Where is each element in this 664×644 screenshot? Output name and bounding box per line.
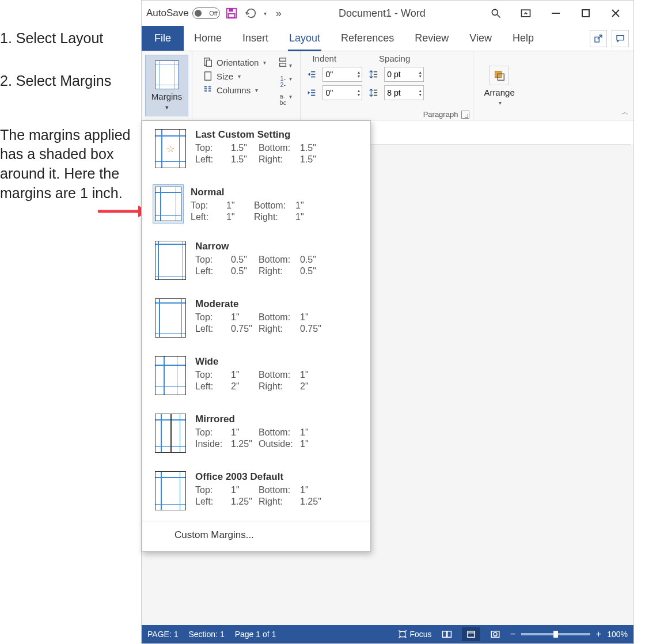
collapse-ribbon-icon[interactable]: ︿ xyxy=(621,107,629,118)
tab-file[interactable]: File xyxy=(142,26,184,51)
margins-option[interactable]: Wide Top:1"Bottom:1" Left:2"Right:2" xyxy=(142,348,370,406)
document-title: Document1 - Word xyxy=(285,7,479,20)
share-button[interactable] xyxy=(590,30,607,47)
breaks-icon xyxy=(278,57,288,67)
margins-option[interactable]: Office 2003 Default Top:1"Bottom:1" Left… xyxy=(142,463,370,521)
columns-icon xyxy=(203,85,213,95)
margins-option[interactable]: Mirrored Top:1"Bottom:1" Inside:1.25"Out… xyxy=(142,406,370,463)
ribbon-tabs: File Home Insert Layout References Revie… xyxy=(142,26,633,51)
search-icon[interactable] xyxy=(483,3,509,24)
margins-option-thumb xyxy=(153,184,184,223)
breaks-button[interactable]: ▾ xyxy=(278,57,292,69)
size-button[interactable]: Size▾ xyxy=(203,71,266,81)
margins-icon xyxy=(155,60,179,89)
zoom-in-button[interactable]: + xyxy=(596,629,601,639)
undo-dropdown-icon[interactable]: ▾ xyxy=(264,10,267,17)
margins-option-thumb: ☆ xyxy=(155,129,186,168)
tab-insert[interactable]: Insert xyxy=(232,26,279,51)
undo-icon[interactable] xyxy=(243,5,259,21)
status-page[interactable]: PAGE: 1 xyxy=(147,630,178,639)
indent-left-input[interactable]: ▲▼ xyxy=(322,67,362,82)
spacing-after-input[interactable]: ▲▼ xyxy=(384,85,424,100)
margins-button[interactable]: Margins ▾ xyxy=(145,55,188,116)
save-icon[interactable] xyxy=(223,5,240,21)
margins-option-thumb xyxy=(155,298,186,338)
margins-option-title: Narrow xyxy=(195,241,361,252)
print-layout-icon[interactable] xyxy=(462,627,480,641)
orientation-icon xyxy=(203,57,213,67)
spacing-header: Spacing xyxy=(379,54,410,63)
margins-option[interactable]: Moderate Top:1"Bottom:1" Left:0.75"Right… xyxy=(142,290,370,348)
ribbon-body: Margins ▾ Orientation▾ Size▾ Columns▾ ▾ … xyxy=(142,51,633,120)
zoom-slider[interactable] xyxy=(521,633,590,635)
svg-line-6 xyxy=(498,15,500,18)
margins-option[interactable]: Narrow Top:0.5"Bottom:0.5" Left:0.5"Righ… xyxy=(142,233,370,290)
size-icon xyxy=(203,71,213,81)
svg-rect-3 xyxy=(229,9,233,12)
margins-option-thumb xyxy=(155,356,186,395)
tab-view[interactable]: View xyxy=(459,26,502,51)
qat-more-icon[interactable]: » xyxy=(276,7,282,20)
comments-button[interactable] xyxy=(612,30,629,47)
margins-option-title: Mirrored xyxy=(195,414,361,425)
tab-review[interactable]: Review xyxy=(404,26,459,51)
zoom-level[interactable]: 100% xyxy=(607,630,628,639)
margins-option-title: Moderate xyxy=(195,298,361,310)
zoom-out-button[interactable]: − xyxy=(510,629,515,639)
indent-right-input[interactable]: ▲▼ xyxy=(322,85,362,100)
custom-margins-item[interactable]: Custom Margins... xyxy=(142,521,370,551)
close-button[interactable] xyxy=(602,3,629,24)
spacing-before-input[interactable]: ▲▼ xyxy=(384,67,424,82)
read-mode-icon[interactable] xyxy=(438,627,456,641)
tab-references[interactable]: References xyxy=(331,26,404,51)
line-numbers-icon: 1-2- xyxy=(278,77,288,87)
tab-help[interactable]: Help xyxy=(502,26,544,51)
arrange-icon[interactable] xyxy=(490,66,509,85)
minimize-button[interactable] xyxy=(542,3,569,24)
arrange-label[interactable]: Arrange xyxy=(484,88,514,97)
margins-option-title: Office 2003 Default xyxy=(195,471,361,483)
orientation-button[interactable]: Orientation▾ xyxy=(203,57,266,67)
margins-option-thumb xyxy=(155,471,186,510)
web-layout-icon[interactable] xyxy=(486,627,504,641)
svg-rect-22 xyxy=(280,58,286,61)
margins-option-title: Normal xyxy=(191,187,361,198)
spacing-after-icon xyxy=(368,88,378,98)
tab-home[interactable]: Home xyxy=(184,26,232,51)
indent-right-icon xyxy=(306,88,317,98)
margins-option-thumb xyxy=(155,241,186,280)
svg-rect-40 xyxy=(400,631,405,637)
margins-option-title: Last Custom Setting xyxy=(195,129,361,141)
svg-rect-15 xyxy=(205,72,211,80)
paragraph-dialog-launcher[interactable] xyxy=(461,111,469,119)
tab-layout[interactable]: Layout xyxy=(279,26,331,51)
title-bar: AutoSave Off ▾ » Document1 - Word xyxy=(142,1,633,26)
hyphenation-button[interactable]: a-bc▾ xyxy=(278,90,292,105)
status-section[interactable]: Section: 1 xyxy=(188,630,224,639)
columns-button[interactable]: Columns▾ xyxy=(203,85,266,95)
svg-rect-12 xyxy=(595,37,599,42)
paragraph-group-label: Paragraph xyxy=(423,110,458,119)
focus-mode-button[interactable]: Focus xyxy=(398,630,431,639)
annotation-panel: 1. Select Layout 2. Select Margins The m… xyxy=(0,29,141,203)
margins-option[interactable]: ☆ Last Custom Setting Top:1.5"Bottom:1.5… xyxy=(142,121,370,179)
maximize-button[interactable] xyxy=(572,3,599,24)
status-page-of[interactable]: Page 1 of 1 xyxy=(235,630,276,639)
ribbon-display-icon[interactable] xyxy=(513,3,539,24)
margins-option-thumb xyxy=(155,414,186,453)
margins-option[interactable]: Normal Top:1"Bottom:1" Left:1"Right:1" xyxy=(142,179,370,233)
chevron-down-icon: ▾ xyxy=(165,104,169,111)
margins-dropdown: ☆ Last Custom Setting Top:1.5"Bottom:1.5… xyxy=(142,120,371,552)
margins-option-title: Wide xyxy=(195,356,361,368)
svg-rect-14 xyxy=(206,60,211,66)
line-numbers-button[interactable]: 1-2-▾ xyxy=(278,73,292,87)
autosave-label: AutoSave xyxy=(146,7,189,19)
spacing-before-icon xyxy=(368,69,378,79)
svg-point-48 xyxy=(494,632,497,636)
status-bar: PAGE: 1 Section: 1 Page 1 of 1 Focus − +… xyxy=(142,625,633,643)
svg-rect-4 xyxy=(228,14,234,17)
annotation-step-1: 1. Select Layout xyxy=(0,29,141,48)
margins-label: Margins xyxy=(151,92,182,101)
indent-header: Indent xyxy=(312,54,336,63)
autosave-toggle[interactable]: Off xyxy=(192,7,220,19)
